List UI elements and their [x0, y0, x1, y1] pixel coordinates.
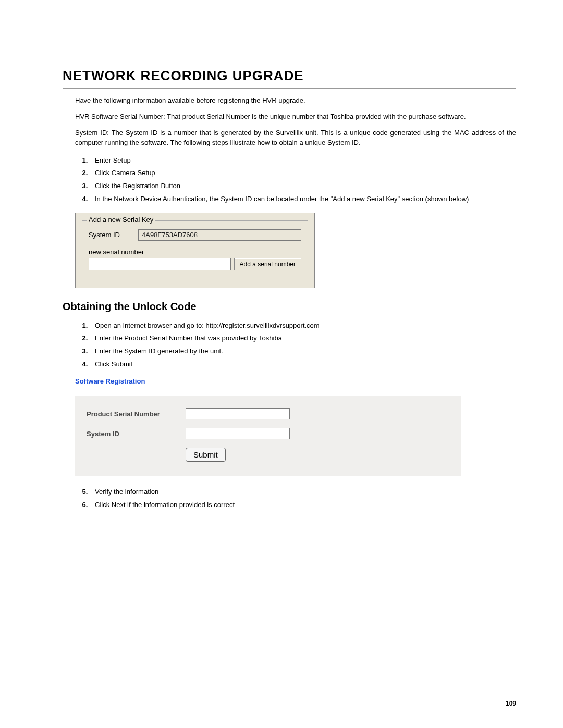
registration-webform: Software Registration Product Serial Num… [75, 377, 461, 476]
new-serial-label: new serial number [89, 248, 301, 256]
system-id-label: System ID [89, 231, 138, 239]
document-page: NETWORK RECORDING UPGRADE Have the follo… [0, 0, 563, 728]
title-rule [63, 88, 516, 89]
intro-paragraph-2: HVR Software Serial Number: That product… [75, 112, 516, 121]
step-item: Enter the System ID generated by the uni… [90, 345, 516, 358]
step-item: Enter Setup [90, 154, 516, 167]
steps-list-c: Verify the information Click Next if the… [75, 486, 516, 511]
serial-key-dialog: Add a new Serial Key System ID new seria… [75, 213, 315, 288]
intro-paragraph-3: System ID: The System ID is a number tha… [75, 128, 516, 147]
webform-body: Product Serial Number System ID Submit [75, 396, 461, 476]
subheading: Obtaining the Unlock Code [63, 301, 516, 313]
step-item: Enter the Product Serial Number that was… [90, 332, 516, 345]
product-serial-input[interactable] [186, 408, 290, 419]
submit-row: Submit [186, 448, 449, 462]
page-number: 109 [506, 700, 516, 707]
new-serial-input[interactable] [89, 258, 231, 270]
web-system-id-input[interactable] [186, 428, 290, 439]
webform-title: Software Registration [75, 377, 461, 387]
step-item: Click the Registration Button [90, 180, 516, 193]
add-serial-button[interactable]: Add a serial number [234, 258, 301, 270]
step-item: Click Submit [90, 358, 516, 371]
fieldset-legend: Add a new Serial Key [87, 216, 155, 224]
intro-paragraph-1: Have the following information available… [75, 96, 516, 105]
submit-button[interactable]: Submit [186, 448, 226, 462]
product-serial-row: Product Serial Number [87, 408, 449, 419]
system-id-field [138, 229, 301, 241]
step-item: Open an Internet browser and go to: http… [90, 319, 516, 332]
serial-key-fieldset: Add a new Serial Key System ID new seria… [82, 220, 308, 278]
page-title: NETWORK RECORDING UPGRADE [63, 68, 516, 84]
step-item: Click Next if the information provided i… [90, 499, 516, 512]
system-id-row: System ID [89, 229, 301, 241]
product-serial-label: Product Serial Number [87, 410, 186, 418]
step-item: Verify the information [90, 486, 516, 499]
steps-list-a: Enter Setup Click Camera Setup Click the… [75, 154, 516, 206]
steps-list-b: Open an Internet browser and go to: http… [75, 319, 516, 371]
web-system-id-row: System ID [87, 428, 449, 439]
web-system-id-label: System ID [87, 430, 186, 438]
step-item: In the Network Device Authentication, th… [90, 193, 516, 206]
step-item: Click Camera Setup [90, 167, 516, 180]
new-serial-row: Add a serial number [89, 258, 301, 270]
